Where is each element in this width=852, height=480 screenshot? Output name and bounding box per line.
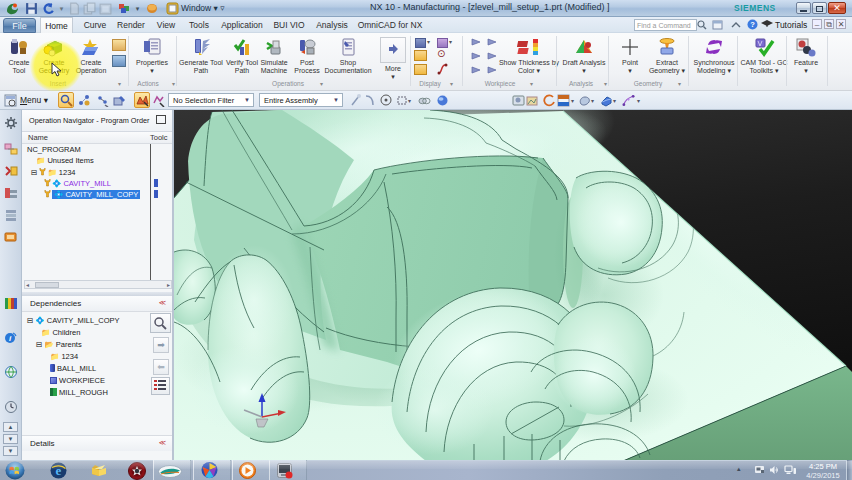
- svg-text:e: e: [56, 463, 62, 478]
- svg-text:?: ?: [750, 20, 755, 29]
